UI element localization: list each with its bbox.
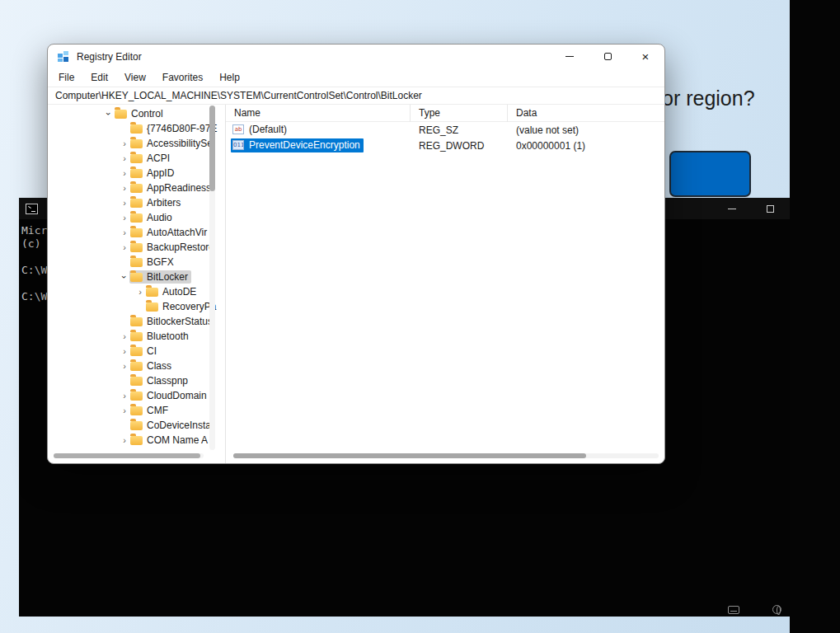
chevron-collapsed-icon[interactable]: › <box>120 168 129 178</box>
tree-item-appid[interactable]: ›AppID <box>48 166 225 181</box>
chevron-collapsed-icon[interactable]: › <box>120 331 129 341</box>
folder-icon <box>146 302 158 312</box>
tree-node[interactable]: CI <box>129 345 160 358</box>
value-name[interactable]: 011PreventDeviceEncryption <box>231 138 364 152</box>
chevron-collapsed-icon[interactable]: › <box>120 153 129 163</box>
oobe-primary-button[interactable] <box>669 151 751 197</box>
tree-node[interactable]: BitlockerStatus <box>129 315 216 328</box>
tree-node[interactable]: AppReadiness <box>129 181 214 195</box>
folder-icon <box>130 228 143 237</box>
value-name-cell[interactable]: 011PreventDeviceEncryption <box>226 138 411 152</box>
globe-icon[interactable] <box>772 605 781 614</box>
tree-item-autode[interactable]: ›AutoDE <box>48 284 225 299</box>
console-window-controls <box>712 198 790 219</box>
tree-item-bgfx[interactable]: BGFX <box>48 255 225 270</box>
scrollbar-thumb[interactable] <box>233 453 586 458</box>
tree-node[interactable]: COM Name A <box>129 434 211 447</box>
column-header-type[interactable]: Type <box>411 105 508 122</box>
tree-item-autoattachvir[interactable]: ›AutoAttachVir <box>48 225 225 240</box>
tree-item-accessibilityse[interactable]: ›AccessibilitySe <box>48 136 225 151</box>
chevron-collapsed-icon[interactable]: › <box>120 242 129 252</box>
chevron-collapsed-icon[interactable]: › <box>135 287 145 297</box>
chevron-collapsed-icon[interactable]: › <box>120 213 129 223</box>
regedit-close-button[interactable]: × <box>626 45 664 68</box>
tree-node[interactable]: Control <box>114 107 167 120</box>
tree-item-acpi[interactable]: ›ACPI <box>48 151 225 166</box>
tree-item-label: {7746D80F-97E <box>147 123 217 134</box>
tree-item-ci[interactable]: ›CI <box>48 344 225 359</box>
regedit-minimize-button[interactable] <box>551 45 589 68</box>
tree-node[interactable]: ACPI <box>129 152 173 165</box>
tree-node[interactable]: AutoDE <box>145 285 199 298</box>
tree-node[interactable]: Bluetooth <box>129 330 192 343</box>
tree-item-control[interactable]: ›Control <box>48 106 225 121</box>
registry-tree: ›Control{7746D80F-97E›AccessibilitySe›AC… <box>48 106 225 448</box>
scrollbar-thumb[interactable] <box>209 106 215 191</box>
tree-node[interactable]: Arbiters <box>129 196 184 209</box>
chevron-collapsed-icon[interactable]: › <box>120 406 129 415</box>
tree-vertical-scrollbar[interactable] <box>209 106 215 450</box>
menu-edit[interactable]: Edit <box>82 72 116 83</box>
tree-item-bluetooth[interactable]: ›Bluetooth <box>48 329 225 344</box>
tree-item-appreadiness[interactable]: ›AppReadiness <box>48 181 225 195</box>
tree-item-arbiters[interactable]: ›Arbiters <box>48 195 225 210</box>
regedit-titlebar[interactable]: Registry Editor × <box>48 45 664 68</box>
tree-item-7746d80f-97e[interactable]: {7746D80F-97E <box>48 121 225 136</box>
tree-node[interactable]: BitLocker <box>129 270 191 284</box>
menu-view[interactable]: View <box>116 72 154 83</box>
tree-node[interactable]: Audio <box>129 211 176 224</box>
value-row-preventdeviceencryption[interactable]: 011PreventDeviceEncryptionREG_DWORD0x000… <box>226 138 664 153</box>
tree-node[interactable]: BackupRestore <box>129 241 218 254</box>
chevron-collapsed-icon[interactable]: › <box>120 198 129 208</box>
tree-node[interactable]: CoDeviceInsta <box>129 419 214 432</box>
tree-node[interactable]: Class <box>129 359 175 373</box>
column-header-name[interactable]: Name <box>226 105 411 122</box>
console-minimize-button[interactable] <box>712 198 751 219</box>
chevron-expanded-icon[interactable]: › <box>104 109 114 119</box>
list-horizontal-scrollbar[interactable] <box>233 453 659 458</box>
chevron-collapsed-icon[interactable]: › <box>120 138 129 148</box>
tree-node[interactable]: RecoveryPa <box>145 300 219 313</box>
tree-item-cmf[interactable]: ›CMF <box>48 403 225 418</box>
keyboard-icon[interactable] <box>728 606 739 614</box>
tree-horizontal-scrollbar[interactable] <box>54 453 204 458</box>
chevron-collapsed-icon[interactable]: › <box>120 227 129 237</box>
value-name-cell[interactable]: ab(Default) <box>226 123 411 137</box>
chevron-collapsed-icon[interactable]: › <box>120 361 129 371</box>
tree-item-backuprestore[interactable]: ›BackupRestore <box>48 240 225 255</box>
tree-node[interactable]: {7746D80F-97E <box>129 122 220 135</box>
chevron-collapsed-icon[interactable]: › <box>120 391 129 401</box>
tree-item-label: CloudDomain <box>147 390 207 401</box>
menu-favorites[interactable]: Favorites <box>154 72 211 83</box>
tree-node[interactable]: AccessibilitySe <box>129 137 216 150</box>
tree-node[interactable]: AutoAttachVir <box>129 226 210 239</box>
chevron-collapsed-icon[interactable]: › <box>120 346 129 356</box>
address-bar[interactable]: Computer\HKEY_LOCAL_MACHINE\SYSTEM\Curre… <box>48 87 664 105</box>
chevron-collapsed-icon[interactable]: › <box>120 183 129 193</box>
tree-item-bitlockerstatus[interactable]: BitlockerStatus <box>48 314 225 329</box>
tree-item-clouddomain[interactable]: ›CloudDomain <box>48 388 225 403</box>
value-name[interactable]: ab(Default) <box>231 123 290 137</box>
tree-node[interactable]: AppID <box>129 166 177 180</box>
chevron-expanded-icon[interactable]: › <box>120 272 129 282</box>
tree-node[interactable]: Classpnp <box>129 374 191 387</box>
tree-item-com-name-a[interactable]: ›COM Name A <box>48 433 225 448</box>
tree-item-classpnp[interactable]: Classpnp <box>48 373 225 388</box>
tree-node[interactable]: CMF <box>129 404 171 417</box>
tree-item-recoverypa[interactable]: RecoveryPa <box>48 299 225 314</box>
menu-file[interactable]: File <box>50 72 82 83</box>
chevron-collapsed-icon[interactable]: › <box>120 435 129 445</box>
tree-item-class[interactable]: ›Class <box>48 359 225 373</box>
column-header-data[interactable]: Data <box>508 105 664 122</box>
regedit-maximize-button[interactable] <box>589 45 626 68</box>
folder-icon <box>130 362 143 371</box>
tree-node[interactable]: CloudDomain <box>129 389 210 402</box>
tree-item-bitlocker[interactable]: ›BitLocker <box>48 270 225 284</box>
menu-help[interactable]: Help <box>211 72 248 83</box>
value-row-default[interactable]: ab(Default)REG_SZ(value not set) <box>226 122 664 138</box>
tree-item-codeviceinsta[interactable]: CoDeviceInsta <box>48 418 225 433</box>
scrollbar-thumb[interactable] <box>54 453 200 458</box>
console-maximize-button[interactable] <box>751 198 790 219</box>
tree-item-audio[interactable]: ›Audio <box>48 210 225 225</box>
tree-node[interactable]: BGFX <box>129 256 177 269</box>
